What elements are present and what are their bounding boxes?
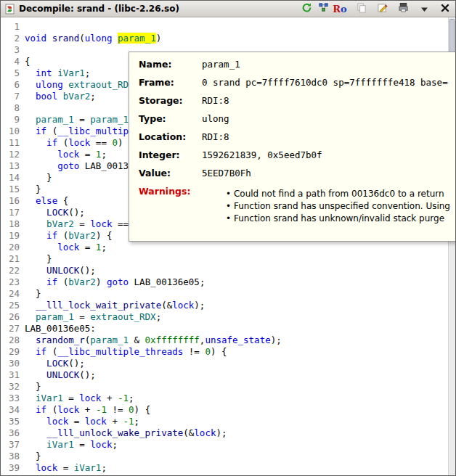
variable-token[interactable]: bVar2 <box>68 230 96 241</box>
plain-token[interactable]: == <box>90 137 112 148</box>
plain-token[interactable]: } <box>25 253 52 264</box>
copy-button[interactable] <box>354 2 367 15</box>
plain-token[interactable] <box>25 218 46 229</box>
plain-token[interactable]: = <box>74 439 91 450</box>
plain-token[interactable]: (); <box>68 358 85 369</box>
variable-token[interactable]: extraout_RDX <box>68 79 134 90</box>
plain-token[interactable] <box>25 335 36 345</box>
plain-token[interactable] <box>25 137 46 148</box>
global-token[interactable]: lock <box>90 439 112 450</box>
code-line-content[interactable]: int iVar1; <box>25 67 90 79</box>
reopen-button[interactable]: Ro <box>333 2 346 15</box>
plain-token[interactable] <box>129 276 134 287</box>
code-line-content[interactable]: UNLOCK(); <box>25 369 96 381</box>
plain-token[interactable]: ) <box>96 276 107 287</box>
plain-token[interactable]: { <box>57 195 68 206</box>
global-token[interactable]: lock <box>46 416 68 427</box>
keyword-token[interactable]: if <box>36 126 46 136</box>
keyword-token[interactable]: int <box>36 67 52 78</box>
plain-token[interactable] <box>57 91 63 102</box>
global-token[interactable]: lock <box>57 404 79 415</box>
plain-token[interactable]: ) <box>156 33 162 44</box>
plain-token[interactable]: : <box>90 323 96 334</box>
plain-token[interactable] <box>25 358 46 369</box>
global-token[interactable]: lock <box>57 149 79 160</box>
variable-token[interactable]: extraout_RDX <box>90 311 155 322</box>
plain-token[interactable] <box>112 33 118 44</box>
function-token[interactable]: UNLOCK <box>46 265 79 276</box>
plain-token[interactable] <box>25 242 57 253</box>
label-token[interactable]: LAB_00136e05 <box>25 323 90 334</box>
plain-token[interactable]: ; <box>112 439 118 450</box>
plain-token[interactable]: = <box>74 218 91 229</box>
plain-token[interactable]: ; <box>101 462 107 473</box>
keyword-token[interactable]: void <box>25 33 46 44</box>
code-line-content[interactable]: { <box>25 56 30 67</box>
global-token[interactable]: lock <box>68 137 90 148</box>
plain-token[interactable]: (); <box>79 369 96 380</box>
dropdown-button[interactable] <box>418 2 431 15</box>
code-line-content[interactable]: __lll_unlock_wake_private(&lock); <box>25 427 227 439</box>
plain-token[interactable] <box>79 160 85 171</box>
plain-token[interactable]: ; <box>200 276 205 287</box>
plain-token[interactable]: & <box>129 335 145 345</box>
plain-token[interactable]: ; <box>134 416 140 427</box>
constant-token[interactable]: 0 <box>205 346 211 357</box>
global-token[interactable]: lock <box>36 462 57 473</box>
plain-token[interactable]: = <box>68 416 85 427</box>
global-token[interactable]: lock <box>90 218 112 229</box>
plain-token[interactable] <box>25 149 57 160</box>
code-line-content[interactable]: lock = lock + -1; <box>25 416 139 427</box>
code-line-content[interactable]: else { <box>25 195 68 207</box>
code-line-content[interactable]: UNLOCK(); <box>25 265 96 276</box>
plain-token[interactable] <box>25 67 36 78</box>
constant-token[interactable]: 0xffffffff <box>145 335 200 345</box>
plain-token[interactable] <box>25 346 36 357</box>
code-line-content[interactable]: bool bVar2; <box>25 91 96 102</box>
close-button[interactable] <box>439 2 452 15</box>
keyword-token[interactable]: if <box>46 137 57 148</box>
plain-token[interactable] <box>25 416 46 427</box>
code-line-content[interactable]: void srand(ulong param_1) <box>25 33 161 44</box>
plain-token[interactable]: = <box>57 462 74 473</box>
code-line-content[interactable]: } <box>25 172 52 184</box>
global-token[interactable]: lock <box>172 300 194 311</box>
function-token[interactable]: UNLOCK <box>46 369 79 380</box>
plain-token[interactable]: (& <box>161 300 172 311</box>
code-line-content[interactable]: bVar2 = lock == 0; <box>25 218 145 230</box>
code-line-content[interactable]: lock = 1; <box>25 149 107 160</box>
constant-token[interactable]: -1 <box>96 404 107 415</box>
plain-token[interactable]: != <box>183 346 205 357</box>
plain-token[interactable]: ) { <box>211 346 227 357</box>
plain-token[interactable]: ); <box>216 427 227 438</box>
highlighted-variable-token[interactable]: param_1 <box>118 33 156 44</box>
code-line-content[interactable]: if (bVar2) { <box>25 230 112 242</box>
variable-token[interactable]: param_1 <box>36 311 74 322</box>
plain-token[interactable]: } <box>25 381 41 392</box>
plain-token[interactable]: ; <box>90 91 96 102</box>
graph-button[interactable] <box>317 2 330 15</box>
plain-token[interactable] <box>25 369 46 380</box>
keyword-token[interactable]: if <box>46 230 57 241</box>
code-line-content[interactable]: } <box>25 381 41 393</box>
plain-token[interactable] <box>25 114 36 125</box>
keyword-token[interactable]: goto <box>57 160 79 171</box>
plain-token[interactable]: (& <box>183 427 194 438</box>
plain-token[interactable] <box>25 91 36 102</box>
title-bar[interactable]: Decompile: srand - (libc-2.26.so) <box>1 1 455 17</box>
function-token[interactable]: __lll_lock_wait_private <box>36 300 161 311</box>
plain-token[interactable] <box>25 311 36 322</box>
edit-button[interactable] <box>375 2 388 15</box>
keyword-token[interactable]: ulong <box>85 33 113 44</box>
keyword-token[interactable]: ulong <box>36 79 63 90</box>
plain-token[interactable]: } <box>25 288 41 299</box>
plain-token[interactable]: + <box>101 393 118 403</box>
plain-token[interactable]: ) { <box>96 230 113 241</box>
variable-token[interactable]: bVar2 <box>46 218 74 229</box>
plain-token[interactable]: ( <box>57 137 68 148</box>
keyword-token[interactable]: if <box>36 404 46 415</box>
variable-token[interactable]: bVar2 <box>63 91 91 102</box>
code-line-content[interactable]: ulong extraout_RDX; <box>25 79 139 91</box>
plain-token[interactable]: ); <box>271 335 282 345</box>
label-token[interactable]: LAB_00136e05 <box>134 276 200 287</box>
